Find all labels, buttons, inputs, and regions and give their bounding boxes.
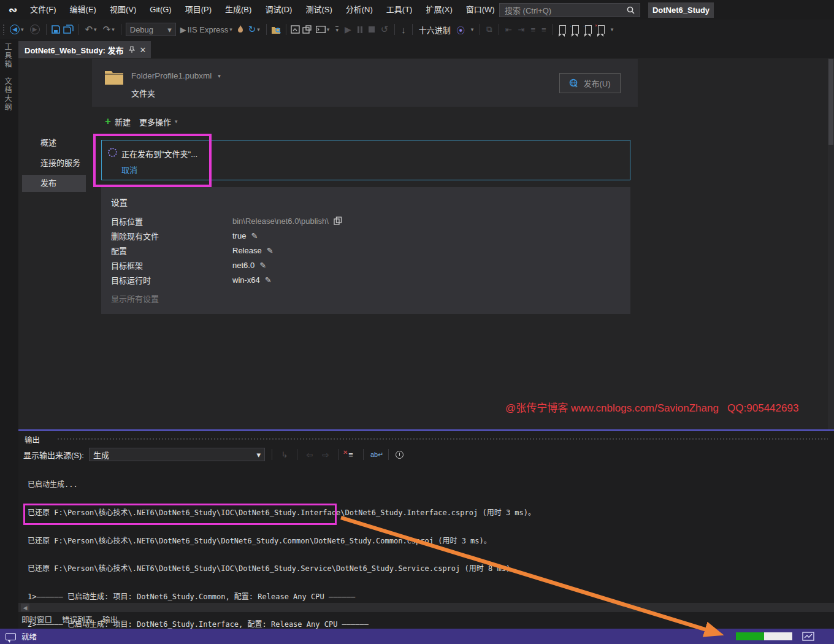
redo-button[interactable]: ↷▾ — [101, 22, 117, 37]
output-panel-drag-texture[interactable] — [58, 438, 828, 440]
folder-icon — [104, 69, 124, 85]
edit-icon[interactable]: ✎ — [265, 275, 272, 285]
setting-label: 目标框架 — [111, 259, 232, 271]
output-horizontal-scrollbar[interactable]: ◀ — [18, 603, 834, 612]
close-icon[interactable]: ✕ — [140, 45, 147, 55]
cancel-publish-link[interactable]: 取消 — [121, 164, 137, 175]
save-all-icon[interactable] — [63, 25, 74, 34]
publish-profile-header: FolderProfile1.pubxml ▾ 文件夹 发布(U) — [92, 59, 638, 107]
restart-debug-button[interactable]: ↺ — [379, 22, 391, 37]
output-toolbar: 显示输出来源(S): 生成▾ ↳ ⇦ ⇨ ≡✕ ab↵ — [23, 447, 404, 462]
navigate-forward-button[interactable]: ▶ — [28, 22, 42, 37]
pause-button[interactable] — [356, 22, 364, 37]
tab-output[interactable]: 输出 — [102, 613, 118, 627]
menu-edit[interactable]: 编辑(E) — [63, 2, 103, 18]
new-window-icon[interactable] — [302, 25, 312, 34]
profile-actions-row: + 新建 更多操作 ▾ — [103, 114, 180, 129]
hex-display-toggle[interactable]: 十六进制 — [417, 22, 453, 37]
profile-selector[interactable]: FolderProfile1.pubxml ▾ — [131, 71, 221, 80]
hot-reload-icon[interactable] — [237, 25, 244, 34]
chevron-down-icon: ▾ — [256, 450, 261, 459]
bottom-tool-tabs: 即时窗口 错误列表 输出 — [21, 613, 118, 627]
publish-nav-connected-services[interactable]: 连接的服务 — [22, 155, 86, 172]
show-all-settings-link[interactable]: 显示所有设置 — [111, 293, 159, 304]
document-outline-vertical-tab[interactable]: 文档大纲 — [2, 77, 13, 112]
menu-git[interactable]: Git(G) — [143, 2, 178, 18]
menu-window[interactable]: 窗口(W) — [459, 2, 502, 18]
start-debug-button[interactable]: ▶ IIS Express▾ — [178, 22, 234, 37]
activity-icon[interactable] — [802, 632, 814, 641]
solution-configuration-dropdown[interactable]: Debug▾ — [126, 23, 176, 36]
save-icon[interactable] — [51, 25, 61, 34]
toolbar-overflow-button[interactable]: ▾ — [334, 22, 340, 37]
feedback-icon[interactable] — [6, 633, 16, 640]
terminal-button[interactable]: ▾ — [314, 22, 332, 37]
setting-label: 删除现有文件 — [111, 230, 232, 242]
editor-vertical-scrollbar[interactable] — [828, 58, 834, 429]
bookmark-overflow-button[interactable]: ▾ — [609, 22, 616, 37]
previous-bookmark-button[interactable]: ← — [570, 22, 581, 37]
publish-button[interactable]: 发布(U) — [559, 73, 621, 93]
pin-icon[interactable] — [129, 46, 135, 53]
publish-settings-panel: 设置 目标位置 bin\Release\net6.0\publish\ 删除现有… — [101, 187, 630, 314]
clear-all-icon[interactable]: ≡✕ — [345, 450, 356, 459]
new-profile-button[interactable]: + 新建 — [103, 114, 132, 129]
menu-build[interactable]: 生成(B) — [218, 2, 258, 18]
menu-tools[interactable]: 工具(T) — [380, 2, 419, 18]
toolbox-vertical-tab[interactable]: 工具箱 — [2, 43, 13, 69]
word-wrap-icon[interactable]: ab↵ — [370, 451, 381, 459]
menu-project[interactable]: 项目(P) — [178, 2, 218, 18]
menu-debug[interactable]: 调试(D) — [258, 2, 299, 18]
output-source-dropdown[interactable]: 生成▾ — [89, 448, 265, 461]
undo-button[interactable]: ↶▾ — [83, 22, 99, 37]
setting-row-delete-existing: 删除现有文件 true ✎ — [111, 228, 258, 243]
next-message-icon: ⇨ — [320, 450, 331, 459]
profile-type-label: 文件夹 — [131, 87, 155, 99]
menu-analyze[interactable]: 分析(N) — [339, 2, 380, 18]
restart-button[interactable]: ↻▾ — [247, 22, 262, 37]
toggle-bookmark-button[interactable] — [557, 22, 568, 37]
next-bookmark-button[interactable]: → — [583, 22, 594, 37]
output-line: 已还原 F:\Person\核心技术\.NET6\DotNet6_Study\I… — [28, 564, 535, 573]
tab-error-list[interactable]: 错误列表 — [62, 613, 93, 627]
find-message-icon: ↳ — [279, 450, 290, 459]
publish-nav-overview[interactable]: 概述 — [22, 134, 86, 151]
setting-value: bin\Release\net6.0\publish\ — [232, 217, 329, 226]
navigate-back-button[interactable]: ◀▾ — [8, 22, 26, 37]
menu-view[interactable]: 视图(V) — [103, 2, 143, 18]
edit-icon[interactable]: ✎ — [267, 246, 274, 255]
clear-bookmarks-button[interactable]: × — [596, 22, 606, 37]
visual-studio-logo-icon: ∾ — [2, 2, 23, 18]
more-actions-button[interactable]: 更多操作 ▾ — [137, 114, 180, 129]
menu-test[interactable]: 测试(S) — [299, 2, 339, 18]
stop-button[interactable] — [367, 22, 377, 37]
toolbar-grip[interactable] — [2, 24, 6, 35]
timestamp-icon[interactable] — [396, 451, 404, 459]
setting-value: win-x64 — [232, 275, 260, 285]
publish-icon — [569, 79, 580, 88]
copy-icon[interactable] — [334, 217, 342, 225]
publish-progress-panel: 正在发布到"文件夹"... 取消 — [101, 140, 630, 180]
tab-immediate-window[interactable]: 即时窗口 — [21, 613, 52, 627]
title-bar: ∾ 文件(F) 编辑(E) 视图(V) Git(G) 项目(P) 生成(B) 调… — [0, 0, 834, 20]
continue-button[interactable]: ▶ — [343, 22, 353, 37]
quick-search-input[interactable]: 搜索 (Ctrl+Q) — [499, 3, 640, 17]
left-tool-strip: 工具箱 文档大纲 — [0, 39, 18, 629]
setting-row-target-runtime: 目标运行时 win-x64 ✎ — [111, 272, 272, 287]
find-in-files-icon[interactable] — [271, 25, 281, 34]
setting-value: Release — [232, 246, 262, 255]
scroll-left-icon[interactable]: ◀ — [21, 604, 29, 611]
debug-toolbar-overflow-button[interactable]: ▾ — [469, 22, 476, 37]
solution-name-badge[interactable]: DotNet6_Study — [648, 2, 714, 18]
visualizer-icon[interactable]: ⦿ — [455, 22, 467, 37]
chevron-down-icon: ▾ — [175, 118, 178, 125]
menu-file[interactable]: 文件(F) — [23, 2, 63, 18]
search-icon — [627, 6, 635, 14]
edit-icon[interactable]: ✎ — [259, 261, 266, 270]
live-preview-icon[interactable] — [291, 25, 300, 34]
edit-icon[interactable]: ✎ — [251, 231, 258, 240]
publish-nav-publish[interactable]: 发布 — [22, 175, 86, 192]
publish-document-tab[interactable]: DotNet6_Web_Study: 发布 ✕ — [18, 41, 151, 58]
show-next-statement-button[interactable]: ↓ — [399, 22, 408, 37]
menu-extensions[interactable]: 扩展(X) — [419, 2, 459, 18]
